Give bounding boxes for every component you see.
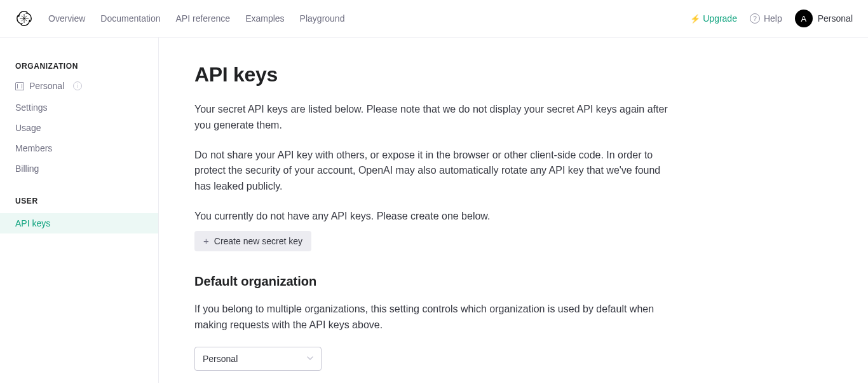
- desc-paragraph-2: Do not share your API key with others, o…: [194, 148, 677, 195]
- nav-api-reference[interactable]: API reference: [176, 13, 231, 24]
- desc-paragraph-1: Your secret API keys are listed below. P…: [194, 102, 677, 134]
- create-btn-label: Create new secret key: [214, 236, 302, 246]
- sidebar-item-settings[interactable]: Settings: [0, 97, 158, 118]
- sidebar-item-members[interactable]: Members: [0, 138, 158, 158]
- default-org-title: Default organization: [194, 274, 832, 289]
- sidebar-org-name: Personal: [29, 81, 64, 91]
- page-title: API keys: [194, 63, 832, 87]
- topbar-right: ⚡ Upgrade ? Help A Personal: [690, 10, 853, 27]
- sidebar-user-label: USER: [0, 197, 158, 213]
- account-menu[interactable]: A Personal: [795, 10, 853, 27]
- container: ORGANIZATION Personal i Settings Usage M…: [0, 38, 868, 383]
- nav-documentation[interactable]: Documentation: [100, 13, 160, 24]
- logo-icon[interactable]: [15, 10, 33, 27]
- account-name: Personal: [818, 13, 853, 24]
- sidebar: ORGANIZATION Personal i Settings Usage M…: [0, 38, 159, 383]
- help-label: Help: [764, 13, 782, 24]
- main-content: API keys Your secret API keys are listed…: [159, 38, 868, 383]
- sidebar-org-label: ORGANIZATION: [0, 62, 158, 78]
- topnav: Overview Documentation API reference Exa…: [48, 13, 344, 24]
- avatar: A: [795, 10, 813, 27]
- organization-icon: [15, 82, 24, 90]
- nav-overview[interactable]: Overview: [48, 13, 85, 24]
- topbar: Overview Documentation API reference Exa…: [0, 0, 868, 38]
- create-secret-key-button[interactable]: + Create new secret key: [194, 231, 311, 251]
- help-link[interactable]: ? Help: [750, 13, 782, 24]
- upgrade-label: Upgrade: [703, 13, 737, 24]
- help-icon: ?: [750, 13, 760, 24]
- default-org-desc: If you belong to multiple organizations,…: [194, 302, 677, 333]
- sidebar-item-billing[interactable]: Billing: [0, 158, 158, 179]
- nav-examples[interactable]: Examples: [245, 13, 284, 24]
- plus-icon: +: [203, 236, 209, 246]
- bolt-icon: ⚡: [690, 14, 700, 24]
- sidebar-item-api-keys[interactable]: API keys: [0, 213, 158, 233]
- upgrade-link[interactable]: ⚡ Upgrade: [690, 13, 737, 24]
- sidebar-org-personal[interactable]: Personal i: [0, 78, 158, 97]
- nav-playground[interactable]: Playground: [300, 13, 345, 24]
- info-icon: i: [73, 81, 82, 90]
- org-select-wrap: [194, 347, 322, 371]
- sidebar-item-usage[interactable]: Usage: [0, 118, 158, 138]
- org-select[interactable]: [194, 347, 322, 371]
- no-keys-text: You currently do not have any API keys. …: [194, 209, 832, 225]
